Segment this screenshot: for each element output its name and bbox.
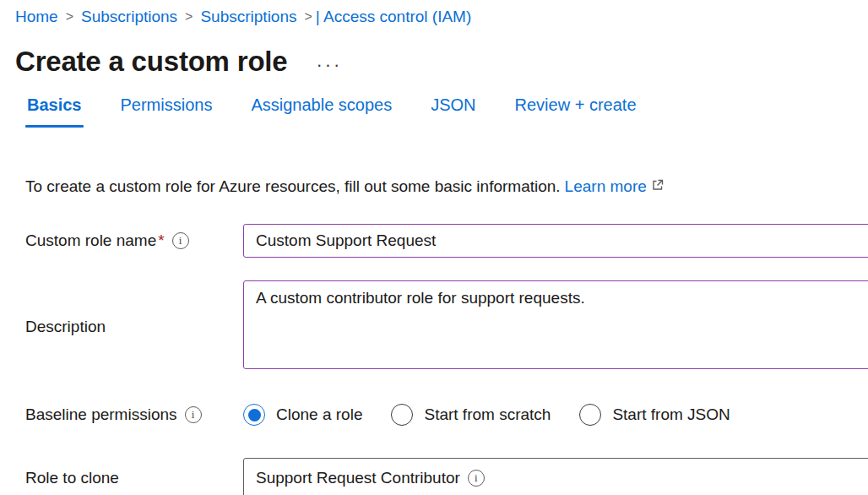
tab-assignable-scopes[interactable]: Assignable scopes	[251, 93, 392, 117]
radio-start-from-scratch[interactable]: Start from scratch	[391, 404, 551, 426]
learn-more-link[interactable]: Learn more	[565, 176, 647, 198]
intro-text: To create a custom role for Azure resour…	[25, 176, 868, 198]
role-to-clone-dropdown[interactable]: Support Request Contributor i	[243, 458, 868, 495]
role-to-clone-row: Role to clone Support Request Contributo…	[0, 458, 868, 495]
breadcrumb-separator-icon: >	[185, 7, 193, 27]
radio-unselected-icon	[391, 404, 413, 426]
custom-role-name-label-group: Custom role name* i	[0, 224, 243, 258]
radio-start-from-json[interactable]: Start from JSON	[579, 404, 730, 426]
custom-role-name-field-col	[243, 224, 868, 258]
external-link-icon	[651, 176, 665, 198]
breadcrumb-subscriptions[interactable]: Subscriptions	[81, 7, 177, 27]
info-icon[interactable]: i	[185, 406, 202, 423]
baseline-permissions-row: Baseline permissions i Clone a role Star…	[0, 398, 868, 432]
description-label-group: Description	[0, 280, 243, 373]
breadcrumb: Home > Subscriptions > Subscriptions > |…	[15, 7, 868, 27]
info-icon[interactable]: i	[468, 470, 485, 487]
custom-role-name-input[interactable]	[243, 224, 868, 258]
baseline-permissions-radio-group: Clone a role Start from scratch Start fr…	[243, 398, 868, 432]
page-title: Create a custom role	[15, 44, 287, 79]
baseline-permissions-label: Baseline permissions	[25, 405, 177, 424]
title-row: Create a custom role ···	[15, 44, 868, 79]
role-to-clone-field-col: Support Request Contributor i	[243, 458, 868, 495]
breadcrumb-separator-icon: >	[66, 7, 73, 27]
custom-role-name-label: Custom role name*	[25, 231, 165, 250]
breadcrumb-access-control-iam[interactable]: | Access control (IAM)	[316, 7, 471, 27]
description-label: Description	[25, 318, 106, 336]
radio-unselected-icon	[579, 404, 601, 426]
tab-json[interactable]: JSON	[431, 93, 475, 117]
breadcrumb-subscriptions-2[interactable]: Subscriptions	[200, 7, 296, 27]
breadcrumb-home[interactable]: Home	[15, 7, 58, 27]
baseline-permissions-label-group: Baseline permissions i	[0, 398, 243, 432]
radio-clone-a-role[interactable]: Clone a role	[243, 404, 362, 426]
info-icon[interactable]: i	[172, 232, 189, 249]
role-to-clone-value: Support Request Contributor	[256, 469, 460, 487]
radio-start-from-scratch-label: Start from scratch	[424, 405, 551, 424]
tab-review-create[interactable]: Review + create	[515, 93, 637, 117]
breadcrumb-separator-icon: >	[305, 7, 312, 27]
required-asterisk: *	[158, 231, 164, 249]
tab-basics[interactable]: Basics	[27, 93, 82, 117]
radio-selected-icon	[243, 404, 265, 426]
role-to-clone-label-group: Role to clone	[0, 458, 243, 495]
description-row: Description A custom contributor role fo…	[0, 280, 868, 373]
custom-role-name-row: Custom role name* i	[0, 224, 868, 258]
tab-permissions[interactable]: Permissions	[121, 93, 213, 117]
create-custom-role-page: Home > Subscriptions > Subscriptions > |…	[0, 0, 868, 495]
role-to-clone-label: Role to clone	[25, 469, 119, 487]
description-field-col: A custom contributor role for support re…	[243, 280, 868, 373]
baseline-permissions-field-col: Clone a role Start from scratch Start fr…	[243, 398, 868, 432]
more-menu-icon[interactable]: ···	[316, 57, 342, 73]
tab-bar: Basics Permissions Assignable scopes JSO…	[27, 93, 868, 117]
intro-sentence: To create a custom role for Azure resour…	[25, 176, 561, 198]
radio-start-from-json-label: Start from JSON	[612, 405, 730, 424]
radio-clone-a-role-label: Clone a role	[276, 405, 362, 424]
description-textarea[interactable]: A custom contributor role for support re…	[243, 280, 868, 369]
